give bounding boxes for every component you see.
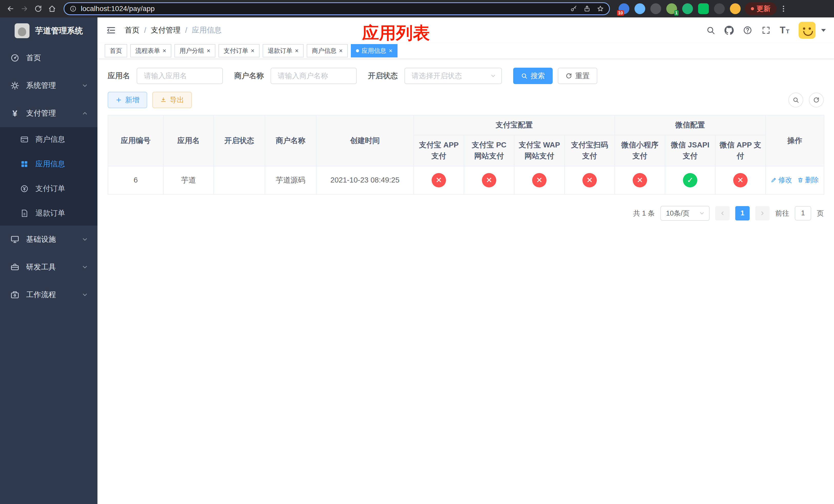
tab-user-group[interactable]: 用户分组 — [174, 44, 215, 58]
edit-link[interactable]: 修改 — [771, 175, 792, 185]
cell-name: 芋道 — [163, 166, 214, 194]
delete-link[interactable]: 删除 — [797, 175, 819, 185]
breadcrumb-home[interactable]: 首页 — [125, 25, 139, 36]
extension-icon-wechat-green[interactable] — [698, 3, 709, 14]
status-select[interactable]: 请选择开启状态 — [404, 68, 502, 84]
col-header-alipay-pc: 支付宝 PC 网站支付 — [464, 135, 514, 166]
payment-submenu: 商户信息 应用信息 支付订单 退款订单 — [0, 127, 97, 226]
search-icon — [792, 97, 799, 103]
address-bar[interactable]: localhost:1024/pay/app — [64, 2, 610, 15]
col-header-merchant: 商户名称 — [265, 115, 316, 166]
tab-close-icon[interactable] — [389, 48, 392, 54]
browser-home-button[interactable] — [45, 2, 59, 16]
browser-back-button[interactable] — [4, 2, 18, 16]
browser-forward-button[interactable] — [18, 2, 31, 16]
sidebar-item-dev-tools[interactable]: 研发工具 — [0, 253, 97, 281]
browser-menu-button[interactable] — [776, 2, 790, 16]
tab-app-info[interactable]: 应用信息 — [351, 44, 397, 58]
current-page-button[interactable]: 1 — [735, 206, 750, 221]
tab-refund-orders[interactable]: 退款订单 — [263, 44, 304, 58]
chevron-down-icon — [82, 264, 88, 271]
table-toolbar: 新增 导出 — [108, 92, 824, 108]
col-header-alipay-wap: 支付宝 WAP 网站支付 — [514, 135, 565, 166]
sidebar-item-infrastructure[interactable]: 基础设施 — [0, 226, 97, 253]
extension-icon-green-check[interactable] — [682, 3, 693, 14]
show-search-button[interactable] — [788, 93, 803, 108]
next-page-button[interactable] — [755, 206, 770, 221]
logo-image — [15, 23, 29, 38]
browser-refresh-button[interactable] — [31, 2, 45, 16]
cell-merchant: 芋道源码 — [265, 166, 316, 194]
password-key-icon[interactable] — [570, 5, 577, 12]
tab-close-icon[interactable] — [295, 48, 299, 54]
fullscreen-icon[interactable] — [762, 26, 771, 35]
col-header-status: 开启状态 — [214, 115, 265, 166]
search-button[interactable]: 搜索 — [513, 68, 553, 84]
tab-close-icon[interactable] — [162, 48, 166, 54]
refresh-table-button[interactable] — [809, 93, 824, 108]
breadcrumb: 首页 / 支付管理 / 应用信息 — [125, 25, 222, 36]
sidebar-item-app-info[interactable]: 应用信息 — [0, 152, 97, 176]
extension-icon-multicolor[interactable]: 1 — [666, 3, 677, 14]
col-header-id: 应用编号 — [108, 115, 163, 166]
user-avatar[interactable] — [798, 22, 815, 39]
col-header-alipay-qr: 支付宝扫码支付 — [565, 135, 615, 166]
extension-icon-blue[interactable]: 10 — [619, 3, 629, 14]
breadcrumb-payment[interactable]: 支付管理 — [151, 25, 180, 36]
sidebar-item-label: 应用信息 — [36, 159, 65, 169]
sidebar-item-label: 支付管理 — [26, 108, 56, 118]
tab-close-icon[interactable] — [207, 48, 210, 54]
tab-payment-orders[interactable]: 支付订单 — [219, 44, 260, 58]
sidebar-item-system[interactable]: 系统管理 — [0, 72, 97, 99]
sidebar-item-label: 基础设施 — [26, 234, 56, 245]
sidebar-item-label: 商户信息 — [36, 134, 65, 144]
download-icon — [160, 97, 167, 103]
cell-created: 2021-10-23 08:49:25 — [316, 166, 414, 194]
font-size-icon[interactable] — [780, 25, 789, 36]
extension-icon-dark[interactable] — [650, 3, 661, 14]
extension-icon-puzzle[interactable] — [714, 3, 725, 14]
search-icon[interactable] — [706, 26, 715, 35]
config-status-wechat-app: ✕ — [733, 173, 748, 187]
goto-page-input[interactable] — [795, 206, 811, 221]
page-size-select[interactable]: 10条/页 — [660, 206, 710, 221]
trash-icon — [797, 177, 804, 183]
pencil-icon — [771, 177, 777, 183]
tab-close-icon[interactable] — [251, 48, 255, 54]
tab-home[interactable]: 首页 — [105, 44, 127, 58]
sidebar-item-merchant-info[interactable]: 商户信息 — [0, 127, 97, 152]
chevron-right-icon — [760, 210, 766, 216]
breadcrumb-separator: / — [144, 26, 146, 35]
reset-button[interactable]: 重置 — [558, 68, 597, 84]
extension-icon-lightblue[interactable] — [635, 3, 645, 14]
url-text[interactable]: localhost:1024/pay/app — [81, 5, 570, 13]
col-header-created: 创建时间 — [316, 115, 414, 166]
sidebar-item-home[interactable]: 首页 — [0, 44, 97, 72]
sidebar-item-workflow[interactable]: 工作流程 — [0, 281, 97, 308]
github-icon[interactable] — [724, 26, 734, 35]
sidebar-item-refund-orders[interactable]: 退款订单 — [0, 201, 97, 226]
tab-merchant-info[interactable]: 商户信息 — [307, 44, 348, 58]
sidebar-collapse-icon[interactable] — [106, 25, 116, 36]
app-name-input[interactable] — [137, 68, 223, 84]
share-icon[interactable] — [584, 5, 591, 12]
plus-icon — [115, 97, 122, 103]
app-logo[interactable]: 芋道管理系统 — [0, 18, 97, 44]
merchant-name-input[interactable] — [270, 68, 357, 84]
avatar-caret-icon[interactable] — [821, 29, 826, 32]
help-icon[interactable] — [743, 26, 752, 35]
profile-avatar-icon[interactable] — [730, 3, 741, 14]
tab-process-form[interactable]: 流程表单 — [130, 44, 171, 58]
browser-update-button[interactable]: 更新 — [745, 2, 776, 15]
sidebar-item-payment[interactable]: ¥ 支付管理 — [0, 99, 97, 127]
tab-close-icon[interactable] — [339, 48, 343, 54]
bookmark-star-icon[interactable] — [597, 5, 604, 12]
chevron-down-icon — [699, 210, 705, 216]
site-info-icon[interactable] — [69, 5, 77, 12]
add-button[interactable]: 新增 — [108, 92, 147, 108]
config-status-wechat-mini: ✕ — [633, 173, 647, 187]
export-button[interactable]: 导出 — [152, 92, 192, 108]
sidebar-item-payment-orders[interactable]: 支付订单 — [0, 176, 97, 201]
config-status-wechat-jsapi: ✓ — [683, 173, 697, 187]
prev-page-button[interactable] — [715, 206, 730, 221]
